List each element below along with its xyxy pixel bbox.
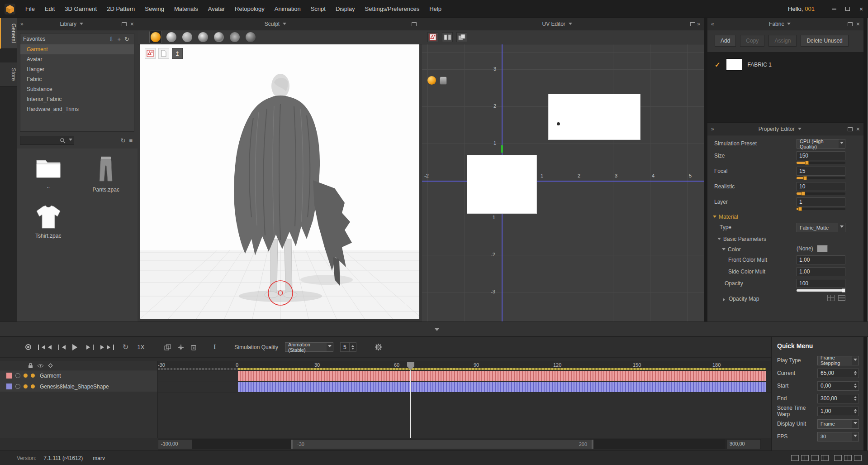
focal-slider[interactable]	[797, 177, 845, 179]
menu-script[interactable]: Script	[306, 0, 331, 18]
panel-expand-icon[interactable]: »	[697, 21, 700, 27]
fabric-check-icon[interactable]: ✓	[715, 61, 721, 69]
front-color-mult-input[interactable]: 1,00	[797, 255, 845, 264]
menu-settings-preferences[interactable]: Settings/Preferences	[360, 0, 425, 18]
material-section-header[interactable]: Material	[707, 211, 863, 221]
playback-speed[interactable]: 1X	[137, 344, 144, 350]
opacity-map-list-icon[interactable]	[838, 295, 845, 301]
library-favorite-avatar[interactable]: Avatar	[20, 54, 134, 64]
duplicate-keyframe-icon[interactable]	[164, 344, 171, 350]
float-panel-icon[interactable]	[122, 22, 127, 26]
panel-collapse-icon[interactable]: «	[711, 21, 714, 27]
scene-time-warp-spinner[interactable]: 1,00	[817, 407, 859, 416]
layout-preset-icon[interactable]	[821, 455, 829, 461]
chevron-down-icon[interactable]	[569, 23, 572, 27]
menu-3d-garment[interactable]: 3D Garment	[60, 0, 102, 18]
refresh-library-icon[interactable]: ↻	[119, 137, 128, 144]
track-color-chip[interactable]	[6, 384, 12, 389]
menu-avatar[interactable]: Avatar	[203, 0, 230, 18]
record-button[interactable]	[25, 344, 31, 350]
layer-slider[interactable]	[797, 208, 845, 210]
quality-step-spinner[interactable]: 5	[340, 342, 356, 352]
uv-display-mode-icon[interactable]	[440, 77, 447, 85]
lock-column-icon[interactable]	[28, 363, 33, 369]
menu-retopology[interactable]: Retopology	[230, 0, 270, 18]
uv-arrange-tool-icon[interactable]	[442, 32, 453, 42]
go-to-end-button[interactable]	[100, 345, 114, 350]
panel-collapse-icon[interactable]: »	[711, 126, 714, 132]
logged-in-user[interactable]: 001	[805, 5, 815, 12]
uv-grid[interactable]: -2 1 2 3 4 5 3 2 1 -1 -2 -3	[422, 44, 704, 321]
track-row-garment[interactable]: Garment	[0, 370, 157, 381]
delete-keyframe-icon[interactable]	[191, 344, 196, 350]
size-slider[interactable]	[797, 162, 845, 164]
basic-parameters-header[interactable]: Basic Parameters	[707, 233, 863, 243]
step-down-icon[interactable]	[351, 348, 354, 351]
next-frame-button[interactable]	[86, 345, 94, 350]
track-keyframe-dot[interactable]	[24, 374, 28, 378]
chevron-down-icon[interactable]	[80, 23, 83, 27]
sculpt-brush-sphere-3[interactable]	[181, 31, 194, 43]
delete-unused-fabric-button[interactable]: Delete Unused	[801, 35, 848, 47]
realistic-slider[interactable]	[797, 192, 845, 195]
library-favorite-fabric[interactable]: Fabric	[20, 74, 134, 84]
timeline-scrollbar-track[interactable]: -30 200	[192, 439, 726, 449]
layout-preset-icon[interactable]	[811, 455, 819, 461]
go-to-start-button[interactable]	[38, 345, 52, 350]
blank-page-icon[interactable]	[158, 48, 169, 59]
play-type-dropdown[interactable]: Frame Stepping	[817, 356, 859, 365]
size-input[interactable]: 150	[797, 151, 845, 160]
close-panel-icon[interactable]: ×	[856, 125, 860, 133]
uv-pattern-piece-1[interactable]	[549, 94, 640, 139]
library-favorite-garment[interactable]: Garment	[20, 44, 134, 54]
library-favorite-hanger[interactable]: Hanger	[20, 64, 134, 74]
opacity-input[interactable]: 100	[797, 279, 845, 288]
close-button[interactable]: ×	[854, 0, 868, 18]
uv-pattern-point[interactable]	[557, 122, 560, 125]
menu-file[interactable]: File	[20, 0, 40, 18]
close-panel-icon[interactable]: ×	[856, 20, 860, 28]
add-favorite-icon[interactable]: +	[116, 36, 123, 43]
fabric-swatch[interactable]	[726, 58, 742, 71]
menu-animation[interactable]: Animation	[270, 0, 306, 18]
uv-pattern-piece-2[interactable]	[467, 155, 536, 213]
track-radio-icon[interactable]	[15, 384, 20, 389]
sculpt-brush-sphere-6[interactable]	[228, 31, 241, 43]
timeline-min-input[interactable]: -100,00	[158, 439, 192, 449]
step-up-icon[interactable]	[351, 344, 354, 347]
insert-cursor-icon[interactable]: I	[213, 343, 216, 351]
file-item-tshirt[interactable]: Tshirt.zpac	[34, 204, 63, 239]
add-fabric-button[interactable]: Add	[715, 35, 736, 47]
layer-input[interactable]: 1	[797, 197, 845, 206]
playhead-line[interactable]	[410, 370, 411, 438]
layout-preset-icon[interactable]	[834, 455, 842, 461]
sculpt-brush-sphere-selected[interactable]	[149, 31, 162, 43]
material-type-dropdown[interactable]: Fabric_Matte	[797, 223, 845, 232]
realistic-input[interactable]: 10	[797, 182, 845, 191]
garment-keyframe-band[interactable]	[238, 371, 766, 381]
library-favorite-interior-fabric[interactable]: Interior_Fabric	[20, 94, 134, 104]
library-favorite-substance[interactable]: Substance	[20, 84, 134, 94]
sculpt-brush-sphere-4[interactable]	[197, 31, 209, 43]
import-favorite-icon[interactable]: ⇩	[107, 36, 116, 43]
simulation-quality-dropdown[interactable]: Animation (Stable)	[285, 342, 333, 352]
track-row-genesis8male[interactable]: Genesis8Male_ShapeShape	[0, 381, 157, 392]
assign-fabric-button[interactable]: Assign	[768, 35, 797, 47]
timeline-ruler[interactable]: -30 0 30 60 90 120 150 180	[158, 361, 771, 370]
play-button[interactable]	[72, 344, 80, 350]
fps-dropdown[interactable]: 30	[817, 432, 859, 441]
track-anchor-icon[interactable]	[178, 344, 184, 350]
float-panel-icon[interactable]	[848, 127, 853, 131]
chevron-down-icon[interactable]	[283, 23, 286, 27]
minimize-button[interactable]	[827, 0, 841, 18]
menu-materials[interactable]: Materials	[169, 0, 203, 18]
layout-preset-icon[interactable]	[791, 455, 799, 461]
float-panel-icon[interactable]	[848, 22, 853, 26]
gear-icon[interactable]	[375, 343, 382, 351]
end-frame-spinner[interactable]: 300,00	[817, 394, 859, 403]
fabric-list-item[interactable]: ✓ FABRIC 1	[715, 58, 863, 71]
focal-input[interactable]: 15	[797, 167, 845, 176]
maximize-button[interactable]	[841, 0, 854, 18]
search-input[interactable]	[22, 138, 60, 143]
timeline-max-input[interactable]: 300,00	[726, 439, 761, 449]
